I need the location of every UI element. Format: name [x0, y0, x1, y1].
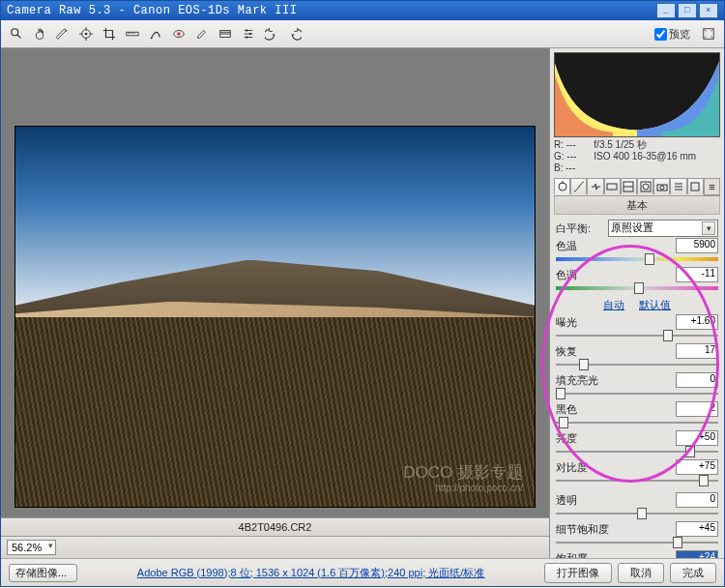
bright-slider[interactable]	[556, 448, 718, 456]
vibrance-label: 细节饱和度	[556, 522, 614, 537]
preview-label: 预览	[669, 27, 690, 42]
svg-point-2	[66, 30, 68, 32]
auto-default-links: 自动 默认值	[556, 298, 718, 312]
svg-rect-9	[127, 32, 138, 36]
spot-tool-icon[interactable]	[146, 24, 165, 44]
preview-toggle[interactable]: 预览	[650, 24, 695, 44]
preview-image: DOCO 摄影专题http://photo.poco.cn/	[14, 126, 536, 508]
open-image-button[interactable]: 打开图像	[544, 563, 612, 583]
tab-basic[interactable]	[554, 178, 570, 194]
temp-slider[interactable]	[556, 255, 718, 263]
hand-tool-icon[interactable]	[30, 24, 49, 44]
svg-rect-38	[691, 183, 699, 191]
recovery-label: 恢复	[556, 344, 604, 359]
fill-value[interactable]: 0	[676, 372, 718, 388]
right-panel: R: ---G: ---B: --- f/3.5 1/25 秒ISO 400 1…	[549, 48, 724, 558]
contrast-slider[interactable]	[556, 477, 718, 485]
svg-point-26	[559, 183, 566, 191]
recovery-slider[interactable]	[556, 361, 718, 368]
tab-split[interactable]	[621, 178, 637, 194]
pixel-readout: R: ---G: ---B: --- f/3.5 1/25 秒ISO 400 1…	[554, 139, 720, 174]
clarity-label: 透明	[556, 493, 604, 508]
canvas[interactable]: DOCO 摄影专题http://photo.poco.cn/	[1, 48, 549, 517]
tab-hsl[interactable]	[604, 178, 621, 194]
black-slider[interactable]	[556, 419, 718, 426]
wb-combo[interactable]: 原照设置	[608, 220, 718, 237]
rotate-cw-icon[interactable]	[285, 24, 304, 44]
fullscreen-icon[interactable]	[699, 24, 718, 44]
bright-label: 亮度	[556, 431, 604, 446]
zoom-tool-icon[interactable]	[7, 24, 26, 44]
tab-camera[interactable]	[653, 178, 670, 194]
adjust-brush-icon[interactable]	[192, 24, 212, 44]
filename-bar: 4B2T0496.CR2	[1, 517, 549, 536]
bottom-bar: 存储图像... Adobe RGB (1998);8 位; 1536 x 102…	[1, 558, 724, 586]
contrast-label: 对比度	[556, 460, 604, 475]
black-label: 黑色	[556, 402, 604, 417]
tint-slider[interactable]	[556, 284, 718, 292]
rotate-ccw-icon[interactable]	[262, 24, 281, 44]
left-pane: DOCO 摄影专题http://photo.poco.cn/ 4B2T0496.…	[1, 48, 549, 558]
workflow-link[interactable]: Adobe RGB (1998);8 位; 1536 x 1024 (1.6 百…	[137, 566, 485, 580]
prefs-icon[interactable]	[239, 24, 258, 44]
histogram[interactable]	[554, 52, 720, 137]
app-window: Camera Raw 5.3 - Canon EOS-1Ds Mark III …	[0, 0, 725, 587]
svg-line-1	[17, 35, 21, 39]
bright-value[interactable]: +50	[676, 430, 718, 446]
exposure-value[interactable]: +1.60	[676, 314, 718, 330]
svg-point-22	[246, 29, 247, 31]
fill-slider[interactable]	[556, 390, 718, 397]
vibrance-slider[interactable]	[556, 539, 718, 546]
recovery-value[interactable]: 17	[676, 343, 718, 359]
tab-preset[interactable]	[670, 178, 686, 194]
cancel-button[interactable]: 取消	[618, 563, 664, 583]
done-button[interactable]: 完成	[670, 563, 716, 583]
svg-point-4	[85, 33, 88, 36]
close-button[interactable]: ×	[699, 3, 718, 18]
svg-point-23	[249, 33, 251, 35]
vibrance-value[interactable]: +45	[676, 521, 718, 537]
workspace: DOCO 摄影专题http://photo.poco.cn/ 4B2T0496.…	[1, 48, 724, 558]
zoom-combo[interactable]: 56.2%	[7, 540, 56, 555]
svg-point-0	[12, 29, 18, 36]
svg-point-34	[660, 186, 664, 190]
zoom-bar: 56.2%	[1, 536, 549, 558]
contrast-value[interactable]: +75	[676, 459, 718, 475]
straighten-tool-icon[interactable]	[123, 24, 142, 44]
grad-filter-icon[interactable]	[216, 24, 235, 44]
toolbar: 预览	[1, 20, 724, 48]
tint-value[interactable]: -11	[676, 267, 718, 282]
panel-title: 基本	[554, 196, 720, 215]
svg-rect-28	[607, 184, 617, 190]
svg-point-32	[643, 184, 649, 190]
redeye-tool-icon[interactable]	[169, 24, 188, 44]
tab-lens[interactable]	[637, 178, 653, 194]
wb-tool-icon[interactable]	[53, 24, 72, 44]
color-sampler-icon[interactable]	[76, 24, 96, 44]
tint-label: 色调	[556, 268, 604, 282]
maximize-button[interactable]: □	[678, 3, 697, 18]
save-image-button[interactable]: 存储图像...	[9, 564, 77, 582]
wb-label: 白平衡:	[556, 221, 604, 236]
tab-detail[interactable]	[587, 178, 603, 194]
titlebar: Camera Raw 5.3 - Canon EOS-1Ds Mark III …	[1, 1, 724, 20]
default-link[interactable]: 默认值	[639, 299, 671, 310]
sat-value[interactable]: +24	[676, 550, 718, 558]
preview-checkbox[interactable]	[654, 28, 667, 41]
auto-link[interactable]: 自动	[603, 299, 624, 310]
exposure-slider[interactable]	[556, 332, 718, 339]
clarity-value[interactable]: 0	[676, 492, 718, 508]
panel-menu-icon[interactable]: ≡	[704, 178, 720, 195]
panel-tabs: ≡	[554, 178, 720, 196]
clarity-slider[interactable]	[556, 510, 718, 517]
tab-snapshot[interactable]	[687, 178, 704, 194]
minimize-button[interactable]: _	[656, 3, 676, 18]
temp-value[interactable]: 5900	[676, 238, 718, 253]
temp-label: 色温	[556, 239, 604, 253]
black-value[interactable]: 2	[676, 401, 718, 417]
sat-label: 饱和度	[556, 551, 604, 559]
fill-label: 填充亮光	[556, 373, 604, 388]
watermark: DOCO 摄影专题http://photo.poco.cn/	[403, 464, 523, 493]
tab-curve[interactable]	[570, 178, 587, 194]
crop-tool-icon[interactable]	[100, 24, 119, 44]
